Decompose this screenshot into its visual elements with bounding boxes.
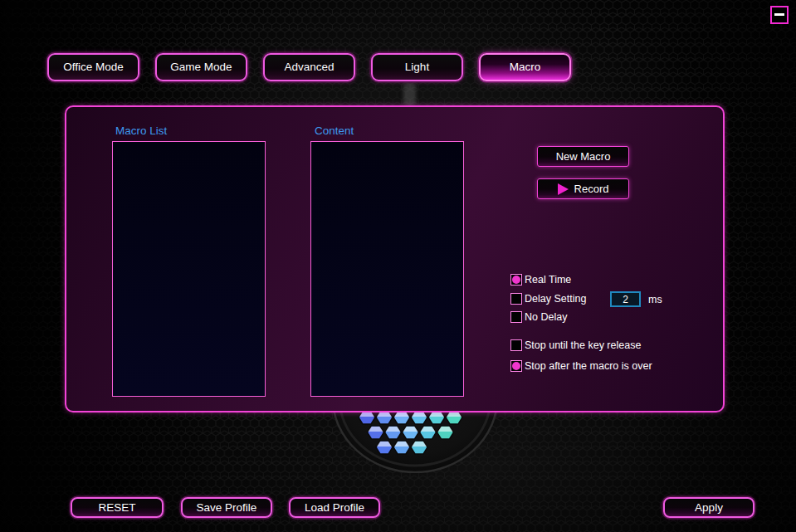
record-label: Record: [574, 183, 609, 195]
radio-stop-until-key-release[interactable]: Stop until the key release: [510, 339, 641, 352]
content-box[interactable]: [310, 141, 464, 397]
macro-list-label: Macro List: [115, 124, 167, 137]
new-macro-label: New Macro: [556, 150, 611, 163]
load-profile-button[interactable]: Load Profile: [289, 497, 380, 518]
radio-no-delay-label: No Delay: [525, 311, 567, 323]
radio-delay-setting-label: Delay Setting: [525, 293, 586, 305]
radio-stop-after-macro-icon: [510, 360, 522, 372]
minimize-icon: [774, 13, 784, 16]
radio-real-time-icon: [510, 274, 522, 286]
record-play-icon: [558, 183, 569, 195]
mouse-cable: [403, 83, 416, 106]
tab-advanced[interactable]: Advanced: [263, 53, 355, 81]
tab-macro[interactable]: Macro: [479, 53, 571, 81]
record-button[interactable]: Record: [537, 178, 629, 199]
radio-delay-setting[interactable]: Delay Setting: [510, 292, 586, 305]
radio-stop-after-macro[interactable]: Stop after the macro is over: [510, 359, 652, 373]
radio-no-delay[interactable]: No Delay: [510, 310, 567, 324]
radio-stop-after-macro-label: Stop after the macro is over: [525, 360, 652, 372]
reset-button[interactable]: RESET: [71, 497, 164, 518]
radio-stop-until-key-release-label: Stop until the key release: [525, 339, 641, 351]
app-window: Office Mode Game Mode Advanced Light Mac…: [0, 0, 796, 532]
minimize-button[interactable]: [770, 6, 789, 24]
tab-office-mode[interactable]: Office Mode: [47, 53, 139, 81]
save-profile-button[interactable]: Save Profile: [181, 497, 272, 518]
macro-list-box[interactable]: [112, 141, 266, 397]
tab-game-mode[interactable]: Game Mode: [155, 53, 247, 81]
delay-unit-label: ms: [648, 294, 662, 305]
radio-real-time-label: Real Time: [525, 274, 571, 286]
content-label: Content: [315, 124, 354, 137]
radio-delay-setting-icon: [510, 293, 522, 305]
apply-button[interactable]: Apply: [663, 497, 754, 518]
delay-ms-input[interactable]: [610, 291, 641, 307]
macro-panel: Macro List Content New Macro Record Real…: [65, 105, 725, 412]
radio-real-time[interactable]: Real Time: [510, 273, 571, 286]
new-macro-button[interactable]: New Macro: [537, 146, 629, 167]
tab-light[interactable]: Light: [371, 53, 463, 81]
radio-no-delay-icon: [510, 311, 522, 323]
radio-stop-until-key-release-icon: [510, 339, 522, 351]
